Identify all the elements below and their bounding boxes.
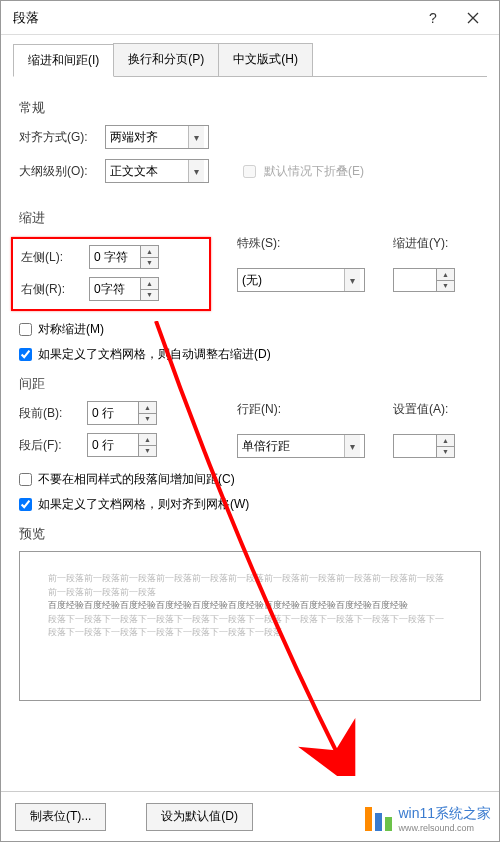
collapse-default-label: 默认情况下折叠(E) bbox=[264, 163, 364, 180]
spinner-down-icon[interactable]: ▼ bbox=[141, 290, 158, 301]
chevron-down-icon: ▾ bbox=[188, 160, 204, 182]
space-before-spinner[interactable]: ▲▼ bbox=[87, 401, 157, 425]
watermark-logo-icon bbox=[365, 807, 392, 831]
chevron-down-icon: ▾ bbox=[188, 126, 204, 148]
mirror-indents-label: 对称缩进(M) bbox=[38, 321, 104, 338]
spinner-up-icon[interactable]: ▲ bbox=[437, 269, 454, 281]
spinner-down-icon[interactable]: ▼ bbox=[139, 414, 156, 425]
alignment-label: 对齐方式(G): bbox=[19, 129, 97, 146]
dialog-title: 段落 bbox=[13, 9, 413, 27]
alignment-combo[interactable]: 两端对齐▾ bbox=[105, 125, 209, 149]
line-spacing-combo[interactable]: 单倍行距▾ bbox=[237, 434, 365, 458]
watermark-text: win11系统之家 bbox=[398, 805, 491, 823]
section-general: 常规 bbox=[19, 99, 481, 117]
tab-line-page-breaks[interactable]: 换行和分页(P) bbox=[113, 43, 219, 76]
space-before-input[interactable] bbox=[88, 402, 138, 424]
snap-to-grid-checkbox[interactable] bbox=[19, 498, 32, 511]
outline-level-combo[interactable]: 正文文本▾ bbox=[105, 159, 209, 183]
space-after-label: 段后(F): bbox=[19, 437, 79, 454]
indent-left-input[interactable] bbox=[90, 246, 140, 268]
tab-indent-spacing[interactable]: 缩进和间距(I) bbox=[13, 44, 114, 77]
spacing-at-spinner[interactable]: ▲▼ bbox=[393, 434, 455, 458]
close-button[interactable] bbox=[453, 4, 493, 32]
tab-chinese-layout[interactable]: 中文版式(H) bbox=[218, 43, 313, 76]
chevron-down-icon: ▾ bbox=[344, 269, 360, 291]
set-default-button[interactable]: 设为默认值(D) bbox=[146, 803, 253, 831]
paragraph-dialog: 段落 ? 缩进和间距(I) 换行和分页(P) 中文版式(H) 常规 对齐方式(G… bbox=[0, 0, 500, 842]
snap-to-grid-label: 如果定义了文档网格，则对齐到网格(W) bbox=[38, 496, 249, 513]
indent-right-input[interactable] bbox=[90, 278, 140, 300]
space-before-label: 段前(B): bbox=[19, 405, 79, 422]
spacing-at-label: 设置值(A): bbox=[393, 401, 455, 418]
spinner-up-icon[interactable]: ▲ bbox=[437, 435, 454, 447]
titlebar: 段落 ? bbox=[1, 1, 499, 35]
collapse-default-checkbox bbox=[243, 165, 256, 178]
tab-strip: 缩进和间距(I) 换行和分页(P) 中文版式(H) bbox=[13, 43, 487, 77]
outline-level-label: 大纲级别(O): bbox=[19, 163, 97, 180]
spinner-down-icon[interactable]: ▼ bbox=[437, 281, 454, 292]
tabs-button[interactable]: 制表位(T)... bbox=[15, 803, 106, 831]
chevron-down-icon: ▾ bbox=[344, 435, 360, 457]
special-indent-combo[interactable]: (无)▾ bbox=[237, 268, 365, 292]
auto-adjust-right-indent-checkbox[interactable] bbox=[19, 348, 32, 361]
indent-by-input[interactable] bbox=[394, 269, 436, 291]
indent-by-label: 缩进值(Y): bbox=[393, 235, 455, 252]
preview-box: 前一段落前一段落前一段落前一段落前一段落前一段落前一段落前一段落前一段落前一段落… bbox=[19, 551, 481, 701]
mirror-indents-checkbox[interactable] bbox=[19, 323, 32, 336]
highlight-box: 左侧(L): ▲▼ 右侧(R): ▲▼ bbox=[11, 237, 211, 311]
preview-line-before: 前一段落前一段落前一段落前一段落前一段落前一段落前一段落前一段落前一段落前一段落… bbox=[48, 572, 452, 599]
close-icon bbox=[467, 12, 479, 24]
indent-right-spinner[interactable]: ▲▼ bbox=[89, 277, 159, 301]
watermark: win11系统之家 www.relsound.com bbox=[361, 803, 495, 835]
no-space-same-style-label: 不要在相同样式的段落间增加间距(C) bbox=[38, 471, 235, 488]
spinner-down-icon[interactable]: ▼ bbox=[141, 258, 158, 269]
auto-adjust-right-indent-label: 如果定义了文档网格，则自动调整右缩进(D) bbox=[38, 346, 271, 363]
indent-by-spinner[interactable]: ▲▼ bbox=[393, 268, 455, 292]
section-spacing: 间距 bbox=[19, 375, 481, 393]
preview-line-sample: 百度经验百度经验百度经验百度经验百度经验百度经验百度经验百度经验百度经验百度经验 bbox=[48, 599, 452, 613]
indent-left-label: 左侧(L): bbox=[21, 249, 81, 266]
spacing-at-input[interactable] bbox=[394, 435, 436, 457]
watermark-url: www.relsound.com bbox=[398, 823, 491, 833]
spinner-up-icon[interactable]: ▲ bbox=[141, 246, 158, 258]
indent-right-label: 右侧(R): bbox=[21, 281, 81, 298]
section-preview: 预览 bbox=[19, 525, 481, 543]
indent-left-spinner[interactable]: ▲▼ bbox=[89, 245, 159, 269]
section-indent: 缩进 bbox=[19, 209, 481, 227]
space-after-spinner[interactable]: ▲▼ bbox=[87, 433, 157, 457]
spinner-down-icon[interactable]: ▼ bbox=[437, 447, 454, 458]
spinner-up-icon[interactable]: ▲ bbox=[141, 278, 158, 290]
space-after-input[interactable] bbox=[88, 434, 138, 456]
spinner-down-icon[interactable]: ▼ bbox=[139, 446, 156, 457]
line-spacing-label: 行距(N): bbox=[237, 401, 367, 418]
spinner-up-icon[interactable]: ▲ bbox=[139, 434, 156, 446]
special-indent-label: 特殊(S): bbox=[237, 235, 367, 252]
spinner-up-icon[interactable]: ▲ bbox=[139, 402, 156, 414]
help-button[interactable]: ? bbox=[413, 4, 453, 32]
preview-line-after: 段落下一段落下一段落下一段落下一段落下一段落下一段落下一段落下一段落下一段落下一… bbox=[48, 613, 452, 640]
no-space-same-style-checkbox[interactable] bbox=[19, 473, 32, 486]
